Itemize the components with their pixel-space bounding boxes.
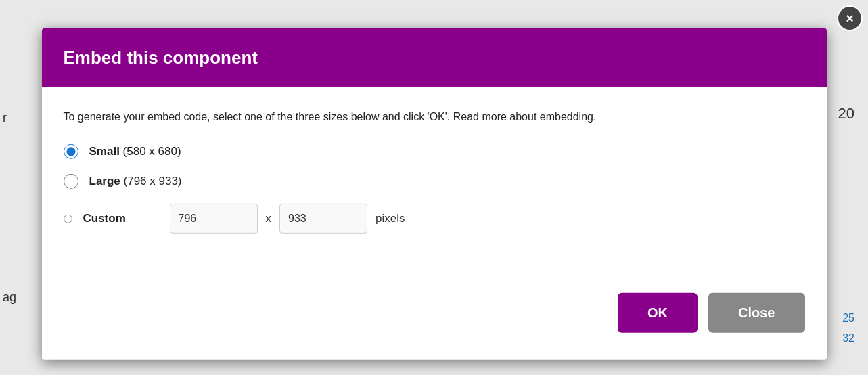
modal-header: Embed this component [42, 28, 827, 87]
custom-width-input[interactable] [170, 204, 258, 234]
close-button[interactable]: Close [708, 293, 804, 333]
modal-body: To generate your embed code, select one … [42, 87, 827, 293]
bg-link-2[interactable]: 32 [842, 332, 854, 345]
custom-option-row: Custom x pixels [64, 204, 805, 234]
small-option[interactable]: Small (580 x 680) [64, 144, 805, 159]
custom-label: Custom [83, 212, 144, 225]
modal-description: To generate your embed code, select one … [64, 109, 805, 125]
large-radio[interactable] [64, 174, 78, 189]
small-radio[interactable] [64, 144, 78, 159]
ok-button[interactable]: OK [618, 293, 698, 333]
bg-text-right: 20 [838, 105, 854, 123]
small-label-rest: (580 x 680) [120, 145, 181, 158]
custom-radio-part[interactable]: Custom [64, 212, 144, 225]
modal-title: Embed this component [64, 47, 805, 68]
large-label-rest: (796 x 933) [120, 175, 182, 188]
bg-text-bottom-left: ag [0, 288, 19, 307]
modal-footer: OK Close [42, 293, 827, 360]
custom-unit: pixels [375, 212, 405, 225]
small-label: Small (580 x 680) [89, 145, 181, 158]
custom-radio[interactable] [64, 214, 72, 223]
large-option[interactable]: Large (796 x 933) [64, 174, 805, 189]
custom-height-input[interactable] [279, 204, 367, 234]
small-label-bold: Small [89, 145, 120, 158]
large-label: Large (796 x 933) [89, 175, 182, 188]
bg-link-1[interactable]: 25 [842, 312, 854, 324]
modal-close-x-button[interactable]: × [837, 5, 863, 31]
embed-modal: Embed this component To generate your em… [42, 28, 827, 360]
bg-text-left: r [0, 108, 9, 128]
modal-wrapper: Embed this component To generate your em… [42, 28, 827, 360]
custom-separator: x [266, 212, 272, 225]
large-label-bold: Large [89, 175, 120, 188]
custom-inputs: x pixels [170, 204, 405, 234]
size-options-group: Small (580 x 680) Large (796 x 933) Cust… [64, 144, 805, 234]
